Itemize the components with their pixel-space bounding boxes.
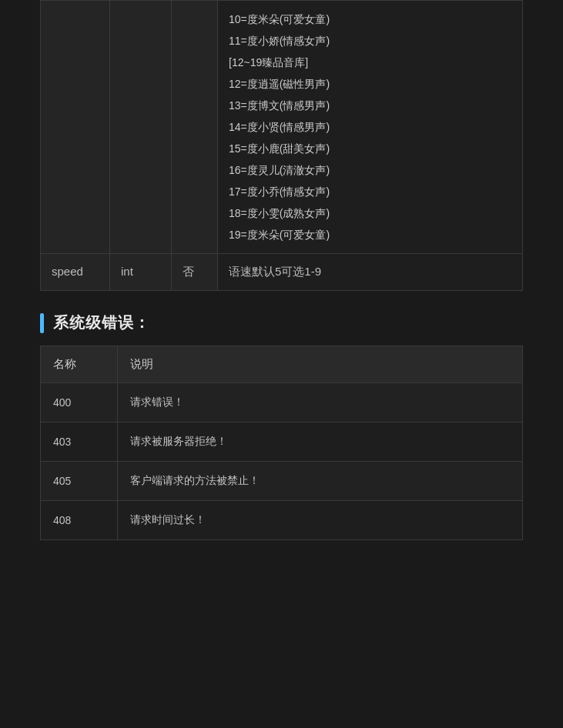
voice-type-cell: [110, 1, 172, 254]
error-code-cell: 408: [41, 501, 118, 540]
voice-list: 10=度米朵(可爱女童) 11=度小娇(情感女声) [12~19臻品音库] 12…: [229, 8, 511, 245]
error-table: 名称 说明 400请求错误！403请求被服务器拒绝！405客户端请求的方法被禁止…: [40, 346, 523, 540]
top-table-section: 10=度米朵(可爱女童) 11=度小娇(情感女声) [12~19臻品音库] 12…: [0, 0, 563, 291]
params-table: 10=度米朵(可爱女童) 11=度小娇(情感女声) [12~19臻品音库] 12…: [40, 0, 523, 291]
error-code-cell: 405: [41, 462, 118, 501]
error-desc-cell: 客户端请求的方法被禁止！: [118, 462, 523, 501]
error-table-header-name: 名称: [41, 346, 118, 383]
voice-name-cell: [41, 1, 110, 254]
speed-row: speed int 否 语速默认5可选1-9: [41, 254, 523, 291]
voice-entry-8: 17=度小乔(情感女声): [229, 181, 511, 202]
voice-desc-cell: 10=度米朵(可爱女童) 11=度小娇(情感女声) [12~19臻品音库] 12…: [218, 1, 523, 254]
error-code-cell: 400: [41, 383, 118, 422]
voice-entry-2: [12~19臻品音库]: [229, 52, 511, 73]
error-table-row: 400请求错误！: [41, 383, 523, 422]
voice-row: 10=度米朵(可爱女童) 11=度小娇(情感女声) [12~19臻品音库] 12…: [41, 1, 523, 254]
error-desc-cell: 请求时间过长！: [118, 501, 523, 540]
speed-required-cell: 否: [172, 254, 218, 291]
error-table-row: 405客户端请求的方法被禁止！: [41, 462, 523, 501]
voice-required-cell: [172, 1, 218, 254]
voice-entry-1: 11=度小娇(情感女声): [229, 30, 511, 52]
voice-entry-3: 12=度逍遥(磁性男声): [229, 73, 511, 95]
page-wrapper: 10=度米朵(可爱女童) 11=度小娇(情感女声) [12~19臻品音库] 12…: [0, 0, 563, 540]
speed-type-cell: int: [110, 254, 172, 291]
section-title-bar: [40, 313, 44, 333]
error-table-header-desc: 说明: [118, 346, 523, 383]
speed-name-cell: speed: [41, 254, 110, 291]
voice-entry-7: 16=度灵儿(清澈女声): [229, 159, 511, 181]
error-table-header-row: 名称 说明: [41, 346, 523, 383]
voice-entry-5: 14=度小贤(情感男声): [229, 116, 511, 138]
voice-entry-4: 13=度博文(情感男声): [229, 95, 511, 116]
voice-entry-0: 10=度米朵(可爱女童): [229, 8, 511, 30]
voice-entry-6: 15=度小鹿(甜美女声): [229, 138, 511, 159]
error-desc-cell: 请求错误！: [118, 383, 523, 422]
error-table-row: 403请求被服务器拒绝！: [41, 422, 523, 462]
error-table-row: 408请求时间过长！: [41, 501, 523, 540]
error-code-cell: 403: [41, 422, 118, 462]
error-desc-cell: 请求被服务器拒绝！: [118, 422, 523, 462]
voice-entry-9: 18=度小雯(成熟女声): [229, 202, 511, 224]
speed-desc-cell: 语速默认5可选1-9: [218, 254, 523, 291]
voice-entry-10: 19=度米朵(可爱女童): [229, 224, 511, 245]
system-errors-title-row: 系统级错误：: [0, 291, 563, 346]
system-errors-title: 系统级错误：: [53, 312, 150, 333]
error-table-section: 名称 说明 400请求错误！403请求被服务器拒绝！405客户端请求的方法被禁止…: [0, 346, 563, 540]
